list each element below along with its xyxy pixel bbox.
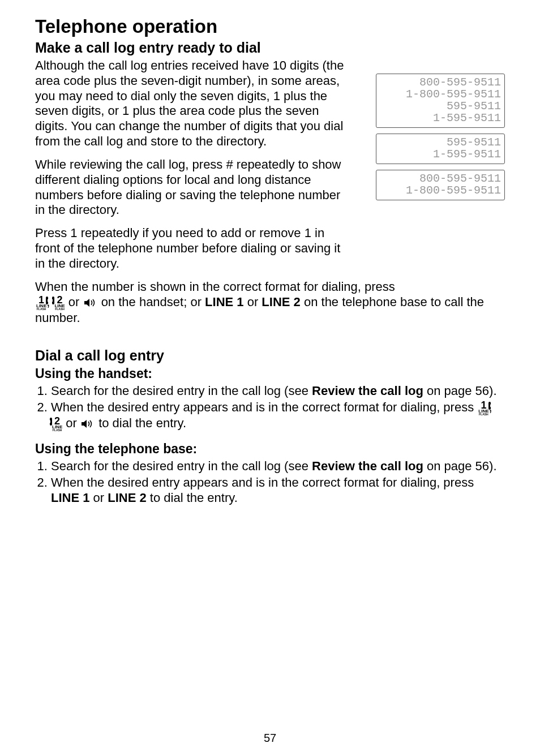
- line1-text: LINE 1: [205, 295, 243, 309]
- line1-text: LINE 1: [51, 491, 89, 505]
- text: When the desired entry appears and is in…: [51, 475, 474, 489]
- lcd-row: 1-595-9511: [380, 148, 501, 160]
- paragraph: While reviewing the call log, press # re…: [35, 157, 351, 218]
- lcd-row: 1-595-9511: [380, 112, 501, 124]
- text: on the handset; or: [101, 295, 205, 309]
- handset-icon: [45, 417, 52, 428]
- line2-icon: 2 LINE FLASH: [54, 295, 65, 311]
- line2-icon: 2 LINE FLASH: [52, 416, 62, 432]
- text: on page 56).: [423, 459, 497, 473]
- icon-sublabel: FLASH: [52, 429, 62, 432]
- instruction-list: Search for the desired entry in the call…: [35, 384, 505, 432]
- paragraph: When the number is shown in the correct …: [35, 280, 505, 326]
- cross-ref: Review the call log: [312, 384, 423, 398]
- icon-sublabel: FLASH: [54, 308, 65, 311]
- list-item: Search for the desired entry in the call…: [51, 459, 505, 474]
- text: or: [89, 491, 108, 505]
- sub-heading: Using the handset:: [35, 366, 505, 381]
- line2-text: LINE 2: [108, 491, 146, 505]
- text: or: [244, 295, 262, 309]
- lcd-row: 1-800-595-9511: [380, 88, 501, 100]
- text: on page 56).: [423, 384, 497, 398]
- page-title: Telephone operation: [35, 16, 505, 37]
- lcd-row: 595-9511: [380, 100, 501, 112]
- line2-text: LINE 2: [262, 295, 300, 309]
- section-heading: Make a call log entry ready to dial: [35, 40, 505, 56]
- section-heading: Dial a call log entry: [35, 347, 505, 364]
- text: Search for the desired entry in the call…: [51, 384, 312, 398]
- lcd-illustrations: 800-595-9511 1-800-595-9511 595-9511 1-5…: [376, 74, 505, 206]
- text: to dial the entry.: [147, 491, 238, 505]
- lcd-row: 595-9511: [380, 136, 501, 148]
- text: Search for the desired entry in the call…: [51, 459, 312, 473]
- separator: or: [62, 416, 80, 430]
- icon-sublabel: FLASH: [478, 413, 488, 416]
- lcd-box-1: 800-595-9511 1-800-595-9511 595-9511 1-5…: [376, 74, 505, 128]
- text: When the desired entry appears and is in…: [51, 400, 477, 414]
- list-item: Search for the desired entry in the call…: [51, 384, 505, 399]
- instruction-list: Search for the desired entry in the call…: [35, 459, 505, 505]
- page-number: 57: [0, 732, 540, 745]
- separator: or: [65, 295, 83, 309]
- speaker-icon: [82, 417, 94, 432]
- list-item: When the desired entry appears and is in…: [51, 475, 505, 506]
- text: When the number is shown in the correct …: [35, 280, 395, 294]
- lcd-row: 800-595-9511: [380, 76, 501, 88]
- cross-ref: Review the call log: [312, 459, 423, 473]
- text: to dial the entry.: [95, 416, 186, 430]
- lcd-row: 800-595-9511: [380, 173, 501, 184]
- icon-sublabel: FLASH: [36, 308, 46, 311]
- lcd-box-2: 595-9511 1-595-9511: [376, 134, 505, 164]
- paragraph: Press 1 repeatedly if you need to add or…: [35, 226, 351, 271]
- speaker-icon: [84, 296, 97, 311]
- line1-icon: 1 LINE FLASH: [478, 400, 488, 416]
- handset-icon: [488, 401, 495, 412]
- lcd-box-3: 800-595-9511 1-800-595-9511: [376, 170, 505, 200]
- handset-icon: [48, 296, 54, 307]
- list-item: When the desired entry appears and is in…: [51, 400, 505, 432]
- sub-heading: Using the telephone base:: [35, 441, 505, 457]
- manual-page: Telephone operation Make a call log entr…: [0, 0, 540, 756]
- lcd-row: 1-800-595-9511: [380, 184, 501, 196]
- line1-icon: 1 LINE FLASH: [36, 295, 46, 311]
- paragraph: Although the call log entries received h…: [35, 58, 351, 149]
